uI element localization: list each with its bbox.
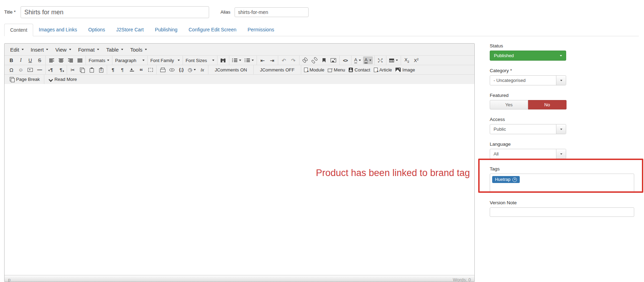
numbered-list-button[interactable]	[243, 56, 255, 64]
element-path[interactable]: p	[8, 277, 10, 282]
formats-dropdown[interactable]: Formats	[87, 56, 111, 64]
insert-link-button[interactable]	[301, 56, 310, 64]
background-color-button[interactable]: A	[363, 56, 373, 64]
featured-yes-button[interactable]: Yes	[490, 100, 528, 109]
source-code-button[interactable]: <>	[341, 56, 350, 64]
read-more-button[interactable]: Read More	[46, 76, 80, 83]
undo-button[interactable]: ↶	[280, 56, 288, 64]
insert-menu-button[interactable]: →Menu	[326, 66, 347, 74]
access-label: Access	[490, 117, 639, 122]
indent-button[interactable]: ⇥	[268, 56, 276, 64]
insert-datetime-button[interactable]: ◷	[186, 66, 197, 74]
paste-as-text-button[interactable]: T	[97, 66, 105, 74]
insert-article-button[interactable]: +Article	[372, 66, 393, 74]
print-button[interactable]	[158, 66, 167, 74]
text-color-button[interactable]: A	[353, 56, 363, 64]
font-family-dropdown[interactable]: Font Family	[149, 56, 181, 64]
special-character-button[interactable]: Ω	[7, 66, 16, 74]
insert-module-button[interactable]: +Module	[303, 66, 326, 74]
media-icon	[28, 68, 33, 72]
tab-publishing[interactable]: Publishing	[149, 24, 183, 36]
tag-remove-icon[interactable]: ×	[512, 177, 517, 182]
menu-table[interactable]: Table	[103, 44, 127, 55]
title-input[interactable]	[21, 6, 209, 18]
template-button[interactable]	[146, 66, 155, 74]
anchor-button[interactable]	[320, 56, 328, 64]
table-icon	[389, 59, 394, 62]
paragraph-dropdown[interactable]: Paragraph	[114, 56, 146, 64]
code-sample-button[interactable]: {;}	[177, 66, 186, 74]
align-center-button[interactable]	[57, 56, 65, 64]
jcomments-on-button[interactable]: JComments ON	[210, 66, 252, 74]
tab-content[interactable]: Content	[4, 24, 33, 36]
access-select[interactable]: Public	[490, 124, 566, 134]
menu-edit[interactable]: Edit	[7, 44, 27, 55]
bold-button[interactable]: B	[7, 56, 16, 64]
title-label: Title *	[4, 6, 16, 15]
copy-button[interactable]	[78, 66, 87, 74]
show-blocks-button[interactable]: ¶	[118, 66, 127, 74]
paste-button[interactable]	[87, 66, 96, 74]
tab-permissions[interactable]: Permissions	[242, 24, 280, 36]
clear-formatting-button[interactable]: Ix	[198, 66, 207, 74]
language-select[interactable]: All	[490, 149, 566, 159]
redo-button[interactable]: ↷	[289, 56, 298, 64]
outdent-button[interactable]: ⇤	[258, 56, 267, 64]
align-left-icon	[49, 59, 54, 62]
preview-button[interactable]	[168, 66, 176, 74]
strikethrough-button[interactable]: S	[35, 56, 44, 64]
toolbar-row-1: B I U S Formats Paragraph Font Family Fo…	[5, 55, 474, 65]
tab-images-and-links[interactable]: Images and Links	[33, 24, 83, 36]
align-left-button[interactable]	[47, 56, 56, 64]
align-right-button[interactable]	[66, 56, 75, 64]
ltr-pilcrow-icon: ¶	[50, 68, 53, 72]
underline-button[interactable]: U	[26, 56, 35, 64]
version-note-label: Version Note	[490, 200, 639, 206]
editor-content-area[interactable]	[5, 84, 474, 275]
featured-no-button[interactable]: No	[528, 100, 567, 109]
fullscreen-button[interactable]: ↖↗ ↙↘	[376, 56, 385, 64]
rtl-pilcrow-icon: ¶	[60, 68, 62, 72]
tab-configure-edit-screen[interactable]: Configure Edit Screen	[183, 24, 242, 36]
tab-j2store-cart[interactable]: J2Store Cart	[111, 24, 149, 36]
insert-contact-button[interactable]: Contact	[347, 66, 372, 74]
nonbreaking-button[interactable]	[127, 66, 136, 74]
remove-link-button[interactable]	[310, 56, 319, 64]
align-justify-button[interactable]	[75, 56, 84, 64]
tab-options[interactable]: Options	[83, 24, 111, 36]
table-button[interactable]	[388, 56, 399, 64]
insert-image-text-button[interactable]: Image	[394, 66, 416, 74]
emoticons-button[interactable]: ☺	[16, 66, 25, 74]
page-break-button[interactable]: Page Break	[7, 76, 43, 83]
font-sizes-dropdown[interactable]: Font Sizes	[184, 56, 216, 64]
horizontal-rule-button[interactable]: —	[35, 66, 44, 74]
menu-format[interactable]: Format	[75, 44, 103, 55]
find-replace-button[interactable]	[219, 56, 228, 64]
redo-icon: ↷	[291, 58, 296, 63]
insert-media-button[interactable]	[26, 66, 35, 74]
category-select[interactable]: - Uncategorised	[490, 75, 566, 85]
editor-statusbar: p Words: 0	[5, 275, 474, 282]
superscript-button[interactable]: X2	[412, 56, 421, 64]
rtl-button[interactable]: ¶	[57, 66, 65, 74]
status-dropdown[interactable]: Published	[490, 51, 566, 61]
blockquote-button[interactable]: “	[137, 66, 146, 74]
jcomments-off-button[interactable]: JComments OFF	[255, 66, 299, 74]
bullet-list-button[interactable]	[231, 56, 243, 64]
subscript-button[interactable]: X2	[402, 56, 411, 64]
alias-input[interactable]	[235, 7, 309, 17]
ltr-button[interactable]: ¶	[47, 66, 56, 74]
chevron-down-icon	[121, 49, 123, 50]
visual-chars-button[interactable]: ¶	[109, 66, 117, 74]
tag-huetrap[interactable]: Huetrap ×	[492, 176, 520, 183]
version-note-field: Version Note	[490, 200, 639, 217]
version-note-input[interactable]	[490, 207, 634, 217]
menu-view[interactable]: View	[52, 44, 74, 55]
chevron-down-icon	[560, 129, 562, 130]
insert-image-button[interactable]	[329, 56, 338, 64]
tags-input[interactable]: Huetrap ×	[490, 174, 634, 193]
cut-button[interactable]: ✂	[68, 66, 77, 74]
menu-insert[interactable]: Insert	[27, 44, 52, 55]
menu-tools[interactable]: Tools	[127, 44, 150, 55]
italic-button[interactable]: I	[16, 56, 25, 64]
